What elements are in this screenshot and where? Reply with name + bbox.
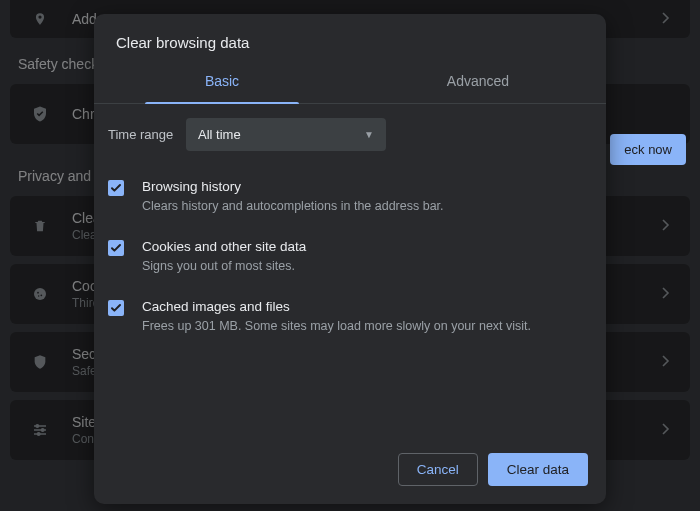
clear-browsing-data-dialog: Clear browsing data Basic Advanced Time … xyxy=(94,14,606,504)
check-now-button-fragment: eck now xyxy=(610,134,686,165)
svg-point-1 xyxy=(37,292,39,294)
shield-icon xyxy=(30,354,50,370)
dialog-footer: Cancel Clear data xyxy=(94,439,606,504)
svg-point-4 xyxy=(36,425,39,428)
time-range-row: Time range All time ▼ xyxy=(94,104,606,157)
option-browsing-history: Browsing history Clears history and auto… xyxy=(104,167,590,227)
checkbox-cached[interactable] xyxy=(108,300,124,316)
chevron-right-icon xyxy=(662,219,670,234)
clear-data-button[interactable]: Clear data xyxy=(488,453,588,486)
svg-point-3 xyxy=(38,295,39,296)
option-desc: Signs you out of most sites. xyxy=(142,258,306,275)
location-pin-icon xyxy=(30,12,50,26)
option-title: Cookies and other site data xyxy=(142,239,306,254)
option-cached: Cached images and files Frees up 301 MB.… xyxy=(104,287,590,347)
dialog-tabs: Basic Advanced xyxy=(94,61,606,104)
time-range-value: All time xyxy=(198,127,241,142)
time-range-label: Time range xyxy=(108,127,186,142)
option-desc: Frees up 301 MB. Some sites may load mor… xyxy=(142,318,531,335)
chevron-right-icon xyxy=(662,287,670,302)
chevron-right-icon xyxy=(662,12,670,27)
option-desc: Clears history and autocompletions in th… xyxy=(142,198,444,215)
svg-point-6 xyxy=(37,433,40,436)
svg-point-5 xyxy=(41,429,44,432)
tab-advanced[interactable]: Advanced xyxy=(350,61,606,103)
checkbox-cookies[interactable] xyxy=(108,240,124,256)
chevron-right-icon xyxy=(662,355,670,370)
dropdown-triangle-icon: ▼ xyxy=(364,129,374,140)
option-title: Browsing history xyxy=(142,179,444,194)
option-title: Cached images and files xyxy=(142,299,531,314)
tab-basic[interactable]: Basic xyxy=(94,61,350,103)
trash-icon xyxy=(30,218,50,234)
shield-check-icon xyxy=(30,105,50,123)
sliders-icon xyxy=(30,422,50,438)
option-cookies: Cookies and other site data Signs you ou… xyxy=(104,227,590,287)
chevron-right-icon xyxy=(662,423,670,438)
time-range-select[interactable]: All time ▼ xyxy=(186,118,386,151)
dialog-title: Clear browsing data xyxy=(94,14,606,61)
cookie-icon xyxy=(30,286,50,302)
checkbox-browsing-history[interactable] xyxy=(108,180,124,196)
svg-point-0 xyxy=(34,288,46,300)
cancel-button[interactable]: Cancel xyxy=(398,453,478,486)
options-list: Browsing history Clears history and auto… xyxy=(94,157,606,347)
svg-point-2 xyxy=(40,294,42,296)
